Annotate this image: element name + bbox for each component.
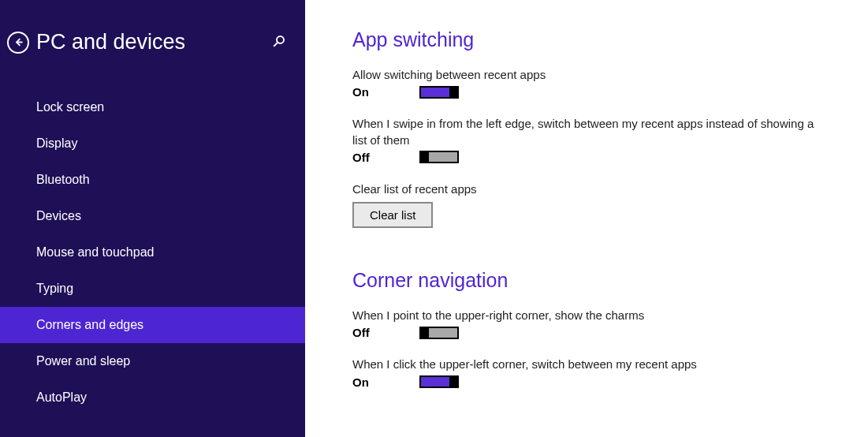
sidebar-item-label: Power and sleep bbox=[36, 354, 130, 368]
sidebar-item-label: Devices bbox=[36, 209, 81, 222]
sidebar-item-label: Mouse and touchpad bbox=[36, 245, 154, 259]
sidebar-item-autoplay[interactable]: AutoPlay bbox=[0, 379, 305, 416]
toggle-state: On bbox=[352, 375, 419, 389]
toggle-swipe-left-edge[interactable] bbox=[419, 151, 459, 163]
search-icon[interactable] bbox=[272, 34, 286, 51]
toggle-state: Off bbox=[352, 151, 419, 164]
toggle-allow-switching[interactable] bbox=[419, 86, 459, 99]
toggle-upper-left-switch[interactable] bbox=[419, 375, 459, 388]
back-icon[interactable] bbox=[7, 32, 29, 54]
sidebar-item-mouse-and-touchpad[interactable]: Mouse and touchpad bbox=[0, 234, 305, 271]
setting-label: Clear list of recent apps bbox=[352, 181, 825, 197]
setting-allow-switching: Allow switching between recent apps On bbox=[352, 67, 829, 99]
toggle-upper-right-charms[interactable] bbox=[419, 327, 459, 339]
setting-upper-left-switch: When I click the upper-left corner, swit… bbox=[352, 357, 829, 388]
setting-swipe-left-edge: When I swipe in from the left edge, swit… bbox=[352, 116, 829, 164]
setting-label: When I swipe in from the left edge, swit… bbox=[352, 116, 825, 148]
toggle-state: Off bbox=[352, 326, 419, 339]
sidebar-item-label: Corners and edges bbox=[36, 318, 143, 331]
clear-list-button[interactable]: Clear list bbox=[352, 202, 433, 228]
sidebar-item-display[interactable]: Display bbox=[0, 125, 305, 162]
sidebar-item-bluetooth[interactable]: Bluetooth bbox=[0, 162, 305, 198]
svg-line-2 bbox=[274, 43, 278, 47]
sidebar-header: PC and devices bbox=[0, 0, 305, 73]
section-title-corner-navigation: Corner navigation bbox=[352, 269, 829, 292]
sidebar-item-label: Display bbox=[36, 136, 77, 150]
setting-label: Allow switching between recent apps bbox=[352, 67, 825, 83]
sidebar-item-label: Bluetooth bbox=[36, 173, 90, 186]
main-content: App switching Allow switching between re… bbox=[305, 0, 868, 437]
page-title: PC and devices bbox=[36, 30, 272, 54]
toggle-state: On bbox=[352, 85, 419, 99]
setting-upper-right-charms: When I point to the upper-right corner, … bbox=[352, 308, 829, 339]
sidebar-item-label: Typing bbox=[36, 282, 73, 295]
sidebar-item-lock-screen[interactable]: Lock screen bbox=[0, 89, 305, 125]
sidebar-item-devices[interactable]: Devices bbox=[0, 198, 305, 234]
svg-point-1 bbox=[277, 36, 284, 43]
sidebar-item-label: Lock screen bbox=[36, 100, 104, 114]
sidebar: PC and devices Lock screenDisplayBluetoo… bbox=[0, 0, 305, 437]
sidebar-item-corners-and-edges[interactable]: Corners and edges bbox=[0, 307, 305, 343]
sidebar-item-typing[interactable]: Typing bbox=[0, 271, 305, 307]
sidebar-item-power-and-sleep[interactable]: Power and sleep bbox=[0, 343, 305, 379]
setting-label: When I click the upper-left corner, swit… bbox=[352, 357, 825, 372]
sidebar-item-label: AutoPlay bbox=[36, 390, 87, 404]
sidebar-list: Lock screenDisplayBluetoothDevicesMouse … bbox=[0, 89, 305, 416]
section-title-app-switching: App switching bbox=[352, 28, 829, 51]
setting-label: When I point to the upper-right corner, … bbox=[352, 308, 825, 323]
setting-clear-list: Clear list of recent apps Clear list bbox=[352, 181, 829, 228]
